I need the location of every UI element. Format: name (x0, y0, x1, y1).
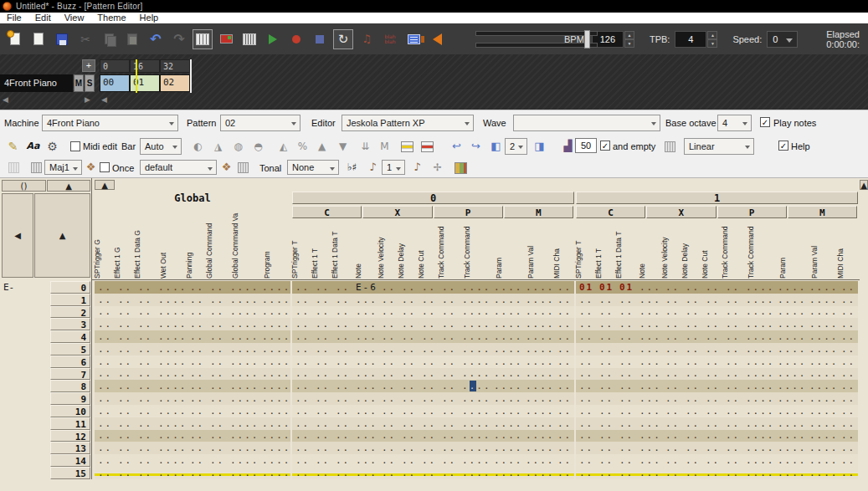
tpb-stepper[interactable]: 4 ▲▼ (675, 31, 717, 48)
pattern-cell[interactable]: .. (616, 455, 636, 466)
pattern-cell[interactable]: .. (292, 442, 312, 453)
row-section[interactable]: ............................... (292, 430, 574, 442)
pattern-cell[interactable]: .. (554, 319, 574, 330)
open-file-icon[interactable] (28, 29, 49, 49)
pattern-cell[interactable]: .... (259, 468, 290, 478)
pattern-cell[interactable]: .... (490, 406, 522, 417)
wave-select[interactable] (513, 115, 660, 131)
insert-row-icon[interactable] (400, 140, 414, 154)
loop-icon[interactable]: ↻ (333, 29, 353, 49)
row-section[interactable]: ............................... (292, 405, 574, 417)
pattern-cell[interactable]: .. (332, 331, 352, 342)
pattern-cell[interactable]: .. (722, 282, 742, 293)
pattern-cell[interactable]: .. (419, 430, 439, 441)
pattern-cell[interactable]: .. (838, 306, 858, 317)
pattern-cell[interactable]: .. (207, 356, 227, 367)
pattern-cell[interactable]: .. (702, 319, 722, 330)
bpm-stepper[interactable]: 126 ▲▼ (592, 31, 634, 48)
pattern-cell[interactable]: .... (522, 442, 554, 453)
row-section[interactable]: ............................... (292, 392, 574, 405)
pattern-cell[interactable]: .... (459, 418, 490, 429)
pattern-cell[interactable]: ... (636, 368, 662, 379)
pattern-cell[interactable]: .. (95, 442, 115, 453)
midi-edit-checkbox[interactable] (70, 141, 80, 151)
pattern-cell[interactable]: .. (292, 430, 312, 441)
pattern-cell[interactable]: .. (292, 381, 312, 391)
pattern-cell[interactable]: .. (95, 468, 115, 478)
pattern-cell[interactable]: .... (490, 368, 522, 379)
pattern-cell[interactable]: .. (702, 406, 722, 417)
pattern-cell[interactable]: .. (419, 406, 439, 417)
pattern-cell[interactable]: .. (292, 455, 312, 466)
pattern-cell[interactable]: .. (596, 468, 616, 478)
pattern-cell[interactable]: .... (490, 294, 522, 305)
pattern-cell[interactable]: .. (554, 368, 574, 379)
pattern-cell[interactable]: .. (554, 455, 574, 466)
pattern-cell[interactable]: ... (352, 368, 378, 379)
pattern-cell[interactable]: ... (352, 331, 378, 342)
sequence-pattern-cell[interactable]: 00 (100, 74, 130, 92)
pattern-cell[interactable]: .... (259, 368, 290, 379)
pattern-cell[interactable]: .... (459, 442, 490, 453)
row-section[interactable]: ...................... (95, 355, 290, 368)
grid-dim-icon[interactable] (7, 161, 21, 175)
pattern-cell[interactable]: .... (227, 442, 259, 453)
base-octave-select[interactable]: 4 (717, 115, 752, 131)
pattern-cell[interactable]: .... (522, 406, 554, 417)
pattern-cell[interactable]: .. (576, 331, 596, 342)
pattern-cell[interactable]: .. (115, 393, 135, 404)
sequence-editor-icon[interactable] (239, 29, 259, 49)
row-section[interactable]: ............................... (576, 417, 858, 430)
pattern-cell[interactable]: .... (227, 331, 259, 342)
pattern-cell[interactable]: .... (459, 344, 490, 355)
group-header-track[interactable]: 1 (576, 192, 858, 204)
pattern-cell[interactable]: .. (722, 418, 742, 429)
pattern-cell[interactable]: .... (806, 381, 838, 391)
row-section[interactable]: ............................... (576, 294, 858, 306)
pattern-cell[interactable]: .... (259, 356, 290, 367)
pattern-cell[interactable]: .. (682, 418, 702, 429)
pattern-cell[interactable]: .. (576, 368, 596, 379)
pattern-cell[interactable]: .... (459, 356, 490, 367)
pattern-cell[interactable]: .. (378, 306, 398, 317)
pattern-cell[interactable]: .... (774, 344, 806, 355)
pattern-cell[interactable]: .... (490, 356, 522, 367)
pattern-cell[interactable]: .... (742, 406, 774, 417)
interpolate-icon[interactable]: ◭ (276, 139, 290, 153)
pattern-cell[interactable]: .... (259, 455, 290, 466)
row-section[interactable]: ...................... (95, 343, 290, 355)
pattern-cell[interactable]: .. (207, 282, 227, 293)
row-number[interactable]: 7 (50, 368, 90, 381)
pattern-cell[interactable]: .... (227, 418, 259, 429)
pattern-cell[interactable]: .... (259, 418, 290, 429)
pattern-cell[interactable]: ... (352, 393, 378, 404)
humanize-value-input[interactable]: 50 (575, 138, 597, 153)
pattern-cell[interactable]: .... (490, 381, 522, 391)
pattern-cell[interactable]: .. (662, 393, 682, 404)
pattern-cell[interactable]: .. (312, 381, 332, 391)
pattern-cell[interactable]: .. (419, 468, 439, 478)
pattern-cell[interactable]: .. (682, 294, 702, 305)
pattern-cell[interactable]: .... (459, 406, 490, 417)
pattern-cell[interactable]: .... (459, 294, 490, 305)
grid-icon-2[interactable] (236, 161, 250, 175)
pattern-cell[interactable]: .. (187, 319, 207, 330)
pattern-cell[interactable]: .. (419, 356, 439, 367)
pattern-cell[interactable]: ... (636, 406, 662, 417)
pattern-cell[interactable]: .. (554, 430, 574, 441)
row-section[interactable]: ...................... (95, 430, 290, 442)
pattern-cell[interactable]: .. (662, 406, 682, 417)
row-section[interactable]: ...................... (95, 405, 290, 417)
tpb-up-icon[interactable]: ▲ (707, 31, 717, 39)
row-section[interactable]: ............................... (576, 405, 858, 417)
pattern-cell[interactable]: .. (554, 442, 574, 453)
pattern-cell[interactable]: .... (774, 430, 806, 441)
pattern-cell[interactable]: .. (135, 393, 155, 404)
pattern-cell[interactable]: .. (576, 344, 596, 355)
pattern-cell[interactable]: .. (419, 319, 439, 330)
pattern-cell[interactable]: .. (596, 331, 616, 342)
pattern-cell[interactable]: .. (135, 368, 155, 379)
pattern-cell[interactable]: .. (702, 418, 722, 429)
note-down-icon[interactable]: ♪ (366, 160, 380, 174)
pattern-cell[interactable]: .... (522, 430, 554, 441)
